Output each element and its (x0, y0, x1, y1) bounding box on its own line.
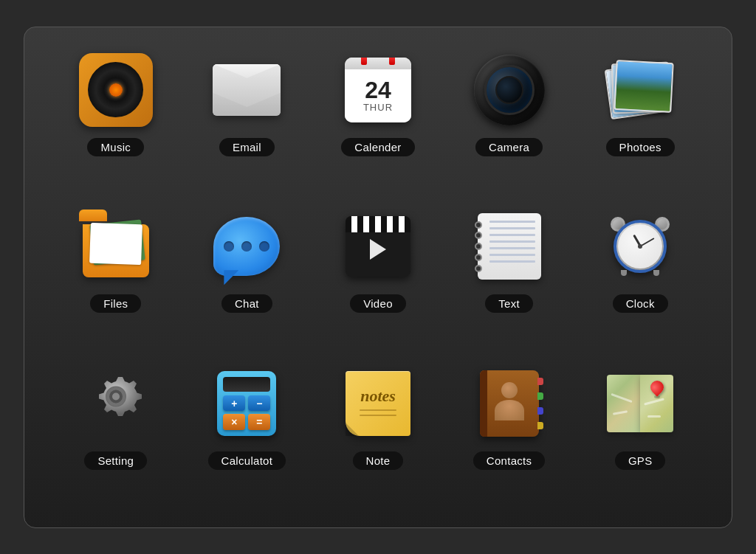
note-fold (346, 423, 359, 436)
notepad-line-3 (489, 234, 535, 236)
folder-body (83, 224, 149, 277)
map-road-4 (647, 415, 661, 418)
paper-2 (89, 223, 142, 265)
book-tab-3 (537, 407, 543, 415)
gps-icon (603, 367, 677, 440)
photos-label: Photoes (606, 138, 675, 156)
note-label: Note (353, 451, 404, 470)
app-clock[interactable]: Clock (578, 206, 702, 348)
camera-icon (472, 53, 546, 127)
chat-icon (210, 210, 284, 283)
camera-label: Camera (475, 138, 543, 156)
calendar-ring-left (361, 58, 367, 65)
calculator-label: Calculatot (208, 451, 286, 470)
email-icon (210, 53, 284, 127)
app-music[interactable]: Music (54, 49, 178, 192)
music-label: Music (87, 138, 144, 156)
notepad-line-7 (489, 260, 535, 263)
map-road-3 (644, 398, 664, 405)
contacts-label: Contacts (473, 451, 546, 470)
spiral-ring-2 (475, 232, 482, 239)
notepad-line-6 (489, 254, 535, 256)
pin-head (647, 378, 666, 396)
app-calculator[interactable]: + − × = Calculatot (185, 363, 309, 505)
book-tab-4 (537, 422, 543, 429)
calendar-icon: 24 THUR (341, 53, 415, 127)
text-label: Text (485, 294, 533, 313)
note-text-label: notes (360, 387, 396, 406)
svg-point-3 (112, 392, 120, 400)
spiral-ring-1 (475, 221, 482, 229)
book-tabs (537, 378, 543, 429)
book-spine (480, 370, 487, 437)
app-gps[interactable]: GPS (578, 363, 702, 505)
clap-stripe (346, 216, 410, 232)
app-chat[interactable]: Chat (185, 206, 309, 348)
map-road-1 (611, 393, 633, 403)
notepad-line-4 (489, 240, 535, 243)
setting-label: Setting (84, 451, 147, 470)
app-email[interactable]: Email (185, 49, 309, 192)
music-icon (79, 53, 153, 127)
map-page-left (607, 375, 640, 432)
notepad-line-1 (489, 221, 535, 223)
app-contacts[interactable]: Contacts (447, 363, 571, 505)
map-page-right (640, 375, 673, 432)
spiral-ring-3 (475, 243, 482, 250)
setting-icon (79, 367, 153, 440)
photo-card-3 (614, 60, 673, 113)
clock-face (618, 224, 662, 269)
email-label: Email (219, 138, 275, 156)
files-label: Files (90, 294, 141, 313)
main-panel: Music Email (24, 27, 732, 528)
app-camera[interactable]: Camera (447, 49, 571, 192)
chat-label: Chat (221, 294, 272, 313)
calc-body: + − × = (217, 371, 276, 436)
note-line-2 (360, 415, 396, 416)
files-icon (79, 210, 153, 283)
clock-foot-left (621, 270, 627, 276)
alarm-clock (608, 214, 673, 279)
notepad (478, 213, 541, 280)
notepad-spiral (475, 219, 482, 274)
book-tab-1 (537, 378, 543, 385)
app-photos[interactable]: Photoes (578, 49, 702, 192)
app-calendar[interactable]: 24 THUR Calender (316, 49, 440, 192)
camera-lens (484, 65, 535, 115)
calculator-icon: + − × = (210, 367, 284, 440)
video-icon (341, 210, 415, 283)
app-text[interactable]: Text (447, 206, 571, 348)
clock-label: Clock (613, 294, 668, 313)
calendar-body: 24 THUR (345, 69, 411, 122)
icon-grid: Music Email (54, 49, 702, 505)
sticky-note: notes (346, 371, 410, 436)
photos-icon (603, 53, 677, 127)
app-video[interactable]: Video (316, 206, 440, 348)
clock-body (614, 220, 667, 273)
spiral-ring-5 (475, 265, 482, 272)
clock-feet (608, 270, 673, 276)
bubble-dot-3 (259, 241, 269, 252)
map-road-2 (613, 410, 628, 415)
calendar-ring-right (389, 58, 395, 65)
clock-center-dot (638, 244, 642, 249)
clapboard-top (346, 216, 410, 232)
app-note[interactable]: notes Note (316, 363, 440, 505)
calc-buttons: + − × = (223, 395, 270, 430)
calc-btn-times: × (223, 414, 245, 430)
gps-label: GPS (615, 451, 666, 470)
bubble-dot-1 (224, 241, 234, 252)
calendar-weekday: THUR (363, 102, 393, 113)
app-files[interactable]: Files (54, 206, 178, 348)
app-setting[interactable]: Setting (54, 363, 178, 505)
contacts-icon (472, 367, 546, 440)
calendar: 24 THUR (345, 58, 411, 122)
calendar-header (345, 58, 411, 69)
folder-tab (79, 210, 107, 221)
map-pin (650, 381, 664, 398)
address-book (480, 370, 539, 437)
camera-inner (495, 76, 523, 104)
clapboard (346, 216, 410, 277)
map-book (607, 375, 673, 432)
clock-icon (603, 210, 677, 283)
